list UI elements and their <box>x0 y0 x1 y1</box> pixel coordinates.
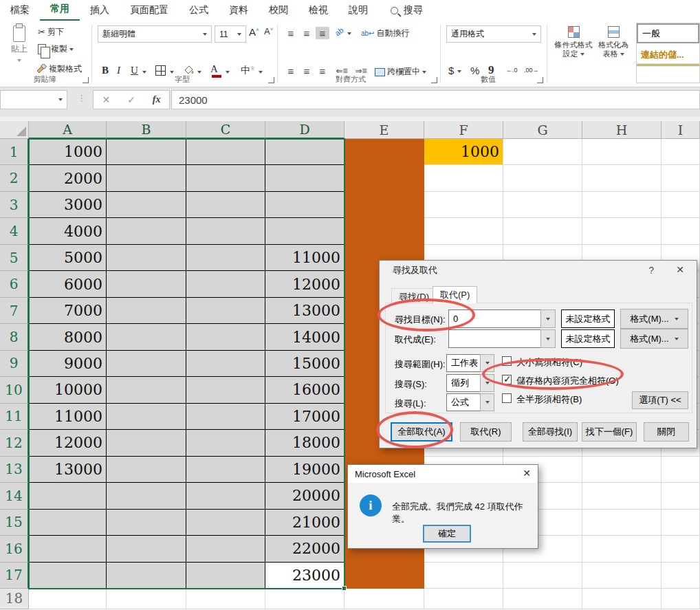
cell-B6[interactable] <box>107 271 186 297</box>
tab-find[interactable]: 尋找(D) <box>391 288 437 303</box>
conditional-formatting-dropdown-icon[interactable] <box>580 53 584 56</box>
cell-C10[interactable] <box>186 377 265 403</box>
clipboard-dialog-launcher[interactable] <box>83 77 89 83</box>
find-all-button[interactable]: 全部尋找(I) <box>523 422 578 442</box>
cell-B13[interactable] <box>107 457 186 483</box>
currency-button[interactable]: $ <box>448 65 461 76</box>
cell-A12[interactable]: 12000 <box>29 430 107 456</box>
cell-C11[interactable] <box>186 404 265 430</box>
font-color-button[interactable]: A <box>210 63 223 78</box>
alignment-dialog-launcher[interactable] <box>431 77 437 83</box>
search-order-dropdown[interactable] <box>480 374 494 392</box>
row-header-12[interactable]: 12 <box>0 430 29 456</box>
row-header-11[interactable]: 11 <box>0 404 29 430</box>
cell-A1[interactable]: 1000 <box>29 139 107 165</box>
underline-button[interactable]: U <box>131 65 138 76</box>
grow-font-button[interactable]: A˄ <box>249 26 259 38</box>
column-header-I[interactable]: I <box>661 121 700 139</box>
search-order-combo[interactable]: 循列 <box>446 374 481 392</box>
cell-G2[interactable] <box>503 165 582 191</box>
cell-B8[interactable] <box>107 324 186 350</box>
cell-E4[interactable] <box>344 218 424 244</box>
orientation-dropdown-icon[interactable] <box>347 32 351 35</box>
cell-B11[interactable] <box>107 404 186 430</box>
search-box[interactable]: 搜尋 <box>391 4 423 17</box>
look-in-dropdown[interactable] <box>480 393 494 411</box>
cell-A14[interactable] <box>29 483 107 509</box>
message-box-close-icon[interactable]: ✕ <box>523 468 531 479</box>
align-top-icon[interactable]: ≡ <box>284 27 298 39</box>
cell-I13[interactable] <box>661 457 700 483</box>
cell-style-normal[interactable]: 一般 <box>637 23 699 43</box>
cell-B3[interactable] <box>107 192 186 218</box>
cell-E2[interactable] <box>344 165 424 191</box>
cell-C5[interactable] <box>186 245 265 271</box>
copy-button[interactable]: 複製 <box>38 43 74 55</box>
currency-dropdown-icon[interactable] <box>457 70 461 73</box>
format-painter-button[interactable]: 複製格式 <box>36 63 82 75</box>
tab-review[interactable]: 校閱 <box>259 1 298 21</box>
cell-H18[interactable] <box>582 589 661 609</box>
cell-B1[interactable] <box>107 139 186 165</box>
cell-F4[interactable] <box>424 218 503 244</box>
look-in-combo[interactable]: 公式 <box>446 393 481 411</box>
find-what-input[interactable]: 0 <box>448 309 541 328</box>
cell-D16[interactable]: 22000 <box>265 536 344 562</box>
align-bottom-icon[interactable]: ≡ <box>316 27 329 39</box>
within-dropdown[interactable] <box>480 354 494 372</box>
ok-button[interactable]: 確定 <box>423 525 471 543</box>
cell-A5[interactable]: 5000 <box>29 245 107 271</box>
font-name-dropdown-icon[interactable] <box>203 33 207 36</box>
cell-style-linked[interactable]: 連結的儲... <box>637 46 699 66</box>
orientation-button[interactable]: ab <box>333 26 345 38</box>
cell-H4[interactable] <box>582 218 661 244</box>
cell-H17[interactable] <box>582 563 661 589</box>
match-case-checkbox[interactable] <box>502 356 512 366</box>
close-icon[interactable]: ✕ <box>676 264 684 275</box>
phonetic-dropdown-icon[interactable] <box>259 71 263 74</box>
align-center-icon[interactable]: ≡ <box>300 65 314 77</box>
cell-D9[interactable]: 15000 <box>265 351 344 377</box>
column-header-B[interactable]: B <box>107 121 186 139</box>
underline-dropdown-icon[interactable] <box>142 71 146 74</box>
cell-C14[interactable] <box>186 483 265 509</box>
row-header-10[interactable]: 10 <box>0 377 29 403</box>
font-name-combo[interactable]: 新細明體 <box>98 25 212 43</box>
number-dialog-launcher[interactable] <box>537 77 543 83</box>
number-format-combo[interactable]: 通用格式 <box>446 25 541 43</box>
cell-D1[interactable] <box>265 139 344 165</box>
cell-G1[interactable] <box>503 139 582 165</box>
dialog-close-button[interactable]: 關閉 <box>644 422 689 442</box>
cell-E3[interactable] <box>344 192 424 218</box>
cell-F2[interactable] <box>424 165 503 191</box>
replace-with-dropdown[interactable] <box>540 329 556 348</box>
cell-B2[interactable] <box>107 165 186 191</box>
cell-D7[interactable]: 13000 <box>265 298 344 324</box>
shrink-font-button[interactable]: A˅ <box>264 26 273 36</box>
cell-A3[interactable]: 3000 <box>29 192 107 218</box>
decrease-decimal-button[interactable]: .00→ <box>524 67 539 74</box>
row-header-17[interactable]: 17 <box>0 563 29 589</box>
cell-I15[interactable] <box>661 510 700 536</box>
cell-D10[interactable]: 16000 <box>265 377 344 403</box>
cell-G3[interactable] <box>503 192 582 218</box>
column-header-E[interactable]: E <box>344 121 424 139</box>
bold-button[interactable]: B <box>102 65 109 76</box>
font-size-combo[interactable]: 11 <box>215 25 246 43</box>
italic-button[interactable]: I <box>117 65 120 76</box>
cell-D18[interactable] <box>265 589 344 609</box>
within-combo[interactable]: 工作表 <box>446 354 481 372</box>
replace-button[interactable]: 取代(R) <box>460 422 512 442</box>
cell-A18[interactable] <box>29 589 107 609</box>
row-header-5[interactable]: 5 <box>0 245 29 271</box>
row-header-3[interactable]: 3 <box>0 192 29 218</box>
format-as-table-button[interactable]: 格式化為 表格 <box>594 26 633 58</box>
column-header-A[interactable]: A <box>29 121 107 139</box>
cell-D5[interactable]: 11000 <box>265 245 344 271</box>
cut-button[interactable]: ✂ 剪下 <box>38 26 64 38</box>
row-header-9[interactable]: 9 <box>0 351 29 377</box>
cell-C8[interactable] <box>186 324 265 350</box>
cell-A16[interactable] <box>29 536 107 562</box>
replace-all-button[interactable]: 全部取代(A) <box>391 422 452 442</box>
merge-center-dropdown-icon[interactable] <box>422 71 426 74</box>
